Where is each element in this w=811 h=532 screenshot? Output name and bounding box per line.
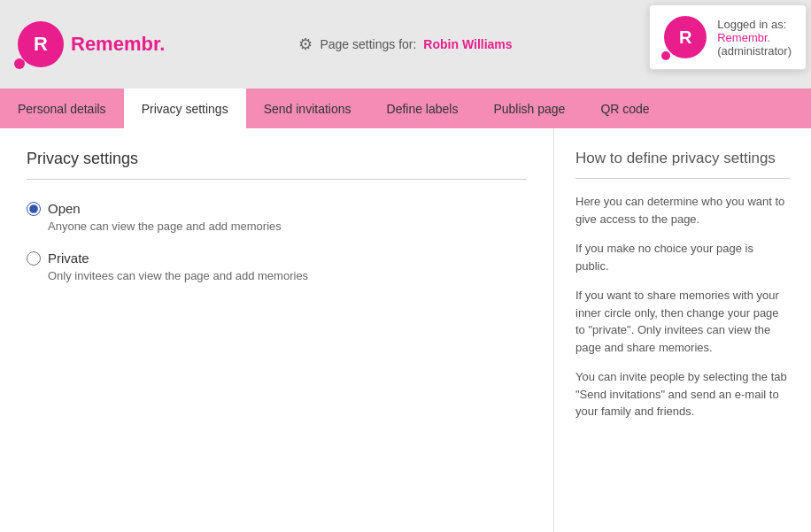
open-description: Anyone can view the page and add memorie… bbox=[48, 220, 527, 233]
help-text-4: You can invite people by selecting the t… bbox=[575, 368, 790, 420]
option-private: Private Only invitees can view the page … bbox=[27, 251, 527, 282]
open-label[interactable]: Open bbox=[27, 201, 527, 216]
private-label[interactable]: Private bbox=[27, 251, 527, 266]
main-content: Privacy settings Open Anyone can view th… bbox=[0, 128, 811, 532]
private-description: Only invitees can view the page and add … bbox=[48, 269, 527, 282]
logo-icon: R bbox=[18, 21, 64, 67]
header: R Remembr. ⚙ Page settings for: Robin Wi… bbox=[0, 0, 811, 89]
help-title: How to define privacy settings bbox=[575, 150, 790, 167]
tab-qr-code[interactable]: QR code bbox=[583, 89, 667, 128]
remembr-link[interactable]: Remembr. bbox=[717, 31, 792, 44]
gear-icon: ⚙ bbox=[298, 35, 313, 54]
user-name-link[interactable]: Robin Williams bbox=[423, 37, 512, 51]
tab-define-labels[interactable]: Define labels bbox=[369, 89, 476, 128]
right-panel: How to define privacy settings Here you … bbox=[554, 128, 811, 532]
private-radio[interactable] bbox=[27, 251, 41, 266]
left-panel: Privacy settings Open Anyone can view th… bbox=[0, 128, 554, 532]
logo-area: R Remembr. bbox=[18, 21, 165, 67]
tab-publish-page[interactable]: Publish page bbox=[475, 89, 583, 128]
help-text-2: If you make no choice your page is publi… bbox=[575, 240, 790, 274]
divider bbox=[27, 179, 527, 180]
tab-send-invitations[interactable]: Send invitations bbox=[246, 89, 369, 128]
user-info: Logged in as: Remembr. (administrator) bbox=[717, 18, 792, 58]
logo-text: Remembr. bbox=[71, 33, 165, 56]
page-settings-label: Page settings for: bbox=[320, 37, 416, 51]
page-title: Privacy settings bbox=[27, 150, 527, 168]
tab-privacy-settings[interactable]: Privacy settings bbox=[124, 89, 246, 128]
right-divider bbox=[575, 178, 790, 179]
tab-personal-details[interactable]: Personal details bbox=[0, 89, 124, 128]
user-popup: R Logged in as: Remembr. (administrator) bbox=[649, 4, 807, 70]
user-avatar-dot bbox=[661, 51, 670, 60]
user-avatar: R bbox=[664, 16, 707, 58]
page-settings-info: ⚙ Page settings for: Robin Williams bbox=[298, 35, 512, 54]
logged-in-label: Logged in as: bbox=[717, 18, 786, 31]
option-open: Open Anyone can view the page and add me… bbox=[27, 201, 527, 233]
help-text-1: Here you can determine who you want to g… bbox=[575, 193, 790, 227]
help-text-3: If you want to share memories with your … bbox=[575, 287, 790, 356]
private-text: Private bbox=[48, 251, 89, 266]
logo-letter: R bbox=[34, 33, 48, 56]
logo-dot bbox=[14, 58, 25, 69]
open-text: Open bbox=[48, 201, 81, 216]
open-radio[interactable] bbox=[27, 202, 41, 216]
tab-navigation: Personal details Privacy settings Send i… bbox=[0, 89, 811, 128]
admin-label: (administrator) bbox=[717, 44, 792, 58]
